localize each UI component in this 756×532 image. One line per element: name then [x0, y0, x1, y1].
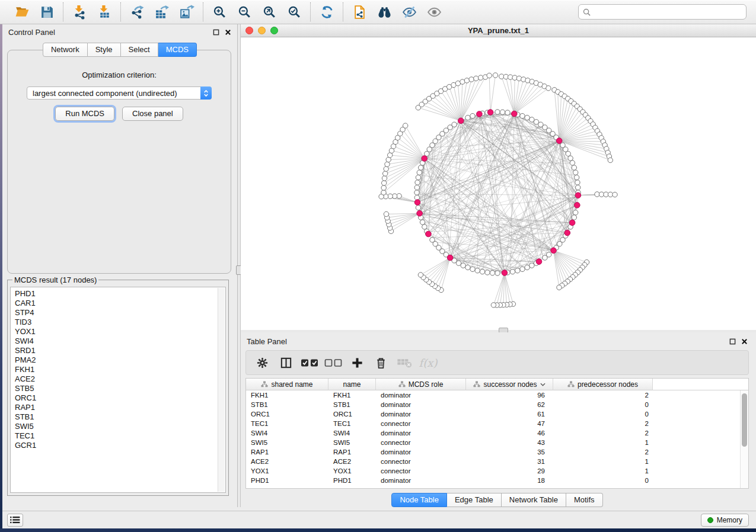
mcds-result-item[interactable]: SWI5: [15, 422, 225, 431]
refresh-network-button[interactable]: [314, 2, 339, 21]
mcds-result-item[interactable]: ACE2: [15, 374, 225, 384]
save-session-button[interactable]: [34, 2, 59, 21]
optimization-select[interactable]: largest connected component (undirected): [27, 86, 212, 100]
mcds-result-item[interactable]: YOX1: [15, 327, 225, 336]
table-cell: connector: [376, 457, 466, 466]
mcds-result-item[interactable]: STB1: [15, 412, 225, 422]
close-panel-icon[interactable]: [225, 29, 231, 36]
result-scrollbar[interactable]: [218, 288, 225, 492]
network-canvas[interactable]: [241, 37, 756, 330]
export-table-button[interactable]: [149, 2, 174, 21]
delete-column-button[interactable]: [371, 352, 391, 373]
show-all-button[interactable]: [422, 2, 446, 21]
import-network-button[interactable]: [67, 2, 92, 21]
column-header-name[interactable]: name: [328, 379, 376, 390]
table-cell: 2: [553, 419, 653, 428]
run-mcds-button[interactable]: Run MCDS: [55, 107, 114, 121]
mcds-result-list[interactable]: PHD1CAR1STP4TID3YOX1SWI4SRD1PMA2FKH1ACE2…: [10, 287, 226, 493]
memory-button[interactable]: Memory: [701, 514, 749, 527]
table-cell: ACE2: [328, 457, 376, 466]
function-builder-button: f(x): [418, 352, 438, 373]
table-row[interactable]: PHD1PHD1dominator180: [246, 476, 748, 485]
table-row[interactable]: STB1STB1dominator620: [246, 400, 748, 409]
tab-node-table[interactable]: Node Table: [391, 493, 447, 507]
tab-edge-table[interactable]: Edge Table: [447, 493, 502, 507]
maximize-window-icon[interactable]: [270, 27, 278, 34]
column-header-successor-nodes[interactable]: successor nodes: [466, 379, 553, 390]
column-header-MCDS-role[interactable]: MCDS role: [376, 379, 466, 390]
sort-desc-icon: [540, 383, 546, 386]
table-settings-button[interactable]: [252, 352, 272, 373]
table-cell: 1: [553, 466, 653, 476]
fx-icon: f(x): [419, 357, 438, 369]
mcds-result-item[interactable]: CAR1: [15, 299, 225, 308]
table-row[interactable]: YOX1YOX1connector291: [246, 466, 748, 476]
trash-icon: [375, 357, 387, 369]
table-cell: 0: [553, 476, 653, 485]
table-cell: dominator: [376, 447, 466, 457]
mcds-result-item[interactable]: TID3: [15, 318, 225, 327]
zoom-out-button[interactable]: [232, 2, 257, 21]
minimize-window-icon[interactable]: [258, 27, 266, 34]
mcds-result-item[interactable]: ORC1: [15, 393, 225, 403]
tab-network-table[interactable]: Network Table: [502, 493, 566, 507]
mcds-result-item[interactable]: STB5: [15, 384, 225, 393]
column-header-predecessor-nodes[interactable]: predecessor nodes: [553, 379, 653, 390]
column-header-filler: [653, 379, 748, 390]
scrollbar-thumb[interactable]: [742, 393, 747, 447]
close-panel-icon[interactable]: [741, 338, 748, 345]
zoom-in-button[interactable]: [207, 2, 232, 21]
task-history-button[interactable]: [7, 514, 23, 527]
tab-style[interactable]: Style: [88, 43, 121, 57]
network-graph[interactable]: [241, 37, 756, 330]
eye-slash-icon: [402, 5, 417, 20]
column-header-shared-name[interactable]: shared name: [246, 379, 328, 390]
export-network-button[interactable]: [125, 2, 149, 21]
tab-select[interactable]: Select: [121, 43, 158, 57]
zoom-out-icon: [237, 5, 252, 20]
search-input[interactable]: [594, 8, 742, 16]
unchecked-boxes-icon: [324, 357, 342, 368]
mcds-result-item[interactable]: TEC1: [15, 431, 225, 441]
table-row[interactable]: SWI4SWI4dominator462: [246, 428, 748, 438]
tab-motifs[interactable]: Motifs: [566, 493, 603, 507]
table-scrollbar[interactable]: [740, 390, 748, 488]
new-network-from-selection-button[interactable]: [347, 2, 372, 21]
mcds-result-item[interactable]: GCR1: [15, 441, 225, 450]
float-panel-icon[interactable]: [213, 29, 219, 36]
select-all-rows-button[interactable]: [299, 352, 320, 373]
mcds-result-item[interactable]: PMA2: [15, 355, 225, 365]
table-row[interactable]: ORC1ORC1dominator610: [246, 409, 748, 419]
float-panel-icon[interactable]: [729, 338, 736, 345]
search-box[interactable]: [578, 4, 747, 20]
close-panel-button[interactable]: Close panel: [122, 107, 183, 121]
mcds-result-item[interactable]: PHD1: [15, 289, 225, 299]
mcds-result-item[interactable]: STP4: [15, 308, 225, 318]
table-cell: 0: [553, 400, 653, 409]
add-column-button[interactable]: [347, 352, 367, 373]
mcds-result-item[interactable]: SWI4: [15, 336, 225, 346]
tab-mcds[interactable]: MCDS: [158, 43, 197, 57]
table-row[interactable]: ACE2ACE2connector311: [246, 457, 748, 466]
table-cell: connector: [376, 466, 466, 476]
mcds-result-item[interactable]: SRD1: [15, 346, 225, 355]
table-cell: 18: [466, 476, 553, 485]
show-column-button[interactable]: [276, 352, 296, 373]
open-file-button[interactable]: [9, 2, 34, 21]
table-row[interactable]: SWI5SWI5connector431: [246, 438, 748, 447]
find-button[interactable]: [372, 2, 397, 21]
tab-network[interactable]: Network: [43, 43, 88, 57]
mcds-result-item[interactable]: FKH1: [15, 365, 225, 374]
mcds-result-item[interactable]: RAP1: [15, 403, 225, 412]
zoom-selected-button[interactable]: [282, 2, 307, 21]
table-row[interactable]: TEC1TEC1connector472: [246, 419, 748, 428]
deselect-all-rows-button[interactable]: [323, 352, 343, 373]
hide-selected-button[interactable]: [397, 2, 422, 21]
table-cell: PHD1: [246, 476, 328, 485]
table-row[interactable]: RAP1RAP1dominator352: [246, 447, 748, 457]
export-image-button[interactable]: [174, 2, 199, 21]
zoom-fit-button[interactable]: [257, 2, 282, 21]
close-window-icon[interactable]: [245, 27, 253, 34]
import-table-button[interactable]: [92, 2, 117, 21]
table-row[interactable]: FKH1FKH1dominator962: [246, 390, 748, 400]
